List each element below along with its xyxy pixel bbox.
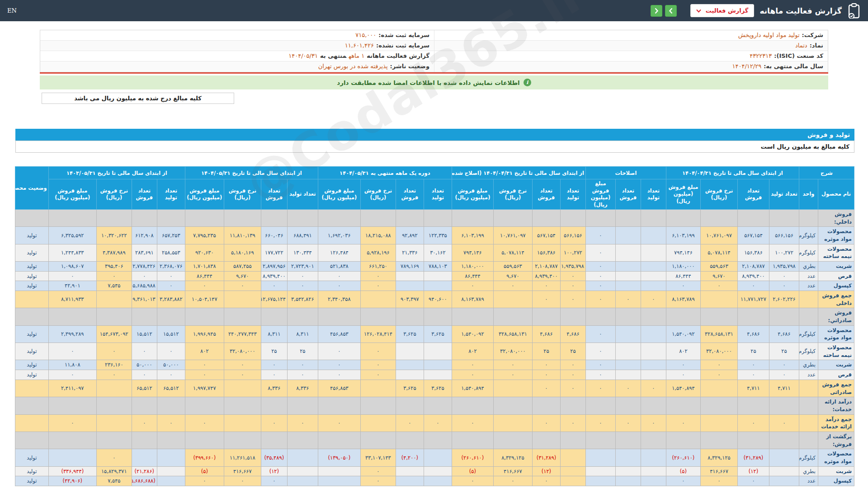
cell-value: ۴,۷۱۱ [737,380,769,397]
table-row: شربتبطري(۱۲)۴۱۶,۶۶۷(۵)(۱۲)۴۱۶,۶۶۷(۵)۰(۱۲… [15,466,854,476]
header-cell: نرخ فروش (ریال) [96,179,132,210]
cell [641,397,666,414]
cell-value: ۲۵۸,۵۵۳ [157,244,185,261]
cell-value: ۱۱,۲۶۱,۵۱۸ [224,449,261,466]
cell-value: ۱,۹۳۵,۷۹۸ [769,262,799,272]
cell-value: ۰ [452,281,493,291]
cell-value: ۰ [585,380,615,397]
cell-value: ۰ [615,291,641,308]
header-cell: تعداد فروش [132,179,157,210]
cell-product-name: قرص [818,271,854,281]
cell-value: ۱۵,۵۱۲ [132,325,157,343]
cell-value: ۰ [452,370,493,380]
cell-value: ۰ [737,360,769,370]
cell-value: ۰ [585,262,615,272]
cell-status: تولید [15,476,48,486]
cell [641,432,666,449]
prev-report-button[interactable] [651,5,662,17]
cell [666,432,700,449]
cell-value [560,449,585,466]
cell-value [396,476,424,486]
signed-info-banner: i اطلاعات نمایش داده شده با اطلاعات امضا… [40,75,828,89]
cell-value [560,466,585,476]
cell-value: ۰ [493,360,532,370]
cell-value: ۰ [560,281,585,291]
cell-value: ۱,۹۹۷,۷۴۷ [185,380,224,397]
cell-unit: عدد [799,281,818,291]
cell-value: ۰ [48,271,96,281]
cell-value: ۶,۱۰۳,۱۹۹ [452,227,493,244]
company-info-table: شرکت:تولید مواد اولیه داروپخشسرمایه ثبت … [40,30,828,72]
language-switch-en[interactable]: EN [7,7,17,14]
cell-value: (۴۲,۹۰۶) [48,476,96,486]
cell-value: ۰ [615,414,641,432]
info-value: ۷۱۵,۰۰۰ [355,32,376,38]
cell-value: ۷۹۴,۱۴۶ [452,244,493,261]
info-row: نماد:دتمادسرمایه ثبت نشده:۱۱,۶۰۱,۴۲۶ [40,41,828,51]
cell-value [424,343,452,360]
cell-product-name: شربت [818,262,854,272]
cell-value [641,271,666,281]
cell-value [396,281,424,291]
cell [585,308,615,325]
cell-value: ۰ [132,370,157,380]
cell-product-name: قرص [818,370,854,380]
cell-value [615,244,641,261]
cell-value: (۵) [185,466,224,476]
clipboard-report-icon[interactable] [847,3,861,19]
cell-value [360,380,396,397]
cell-value: ۱,۵۴۰,۰۹۲ [452,325,493,343]
cell-value [615,227,641,244]
cell-value: ۹۲,۸۹۲ [396,227,424,244]
cell-unit: کیلوگرم [799,449,818,466]
cell-status: تولید [15,360,48,370]
section-label: فروش صادراتي: [818,308,854,325]
cell-value: ۱۵۴,۶۷۳,۰۹۲ [96,325,132,343]
cell-value: ۸۰۲ [666,343,700,360]
cell-unit: بطري [799,360,818,370]
cell-value: ۰ [700,370,737,380]
next-report-button[interactable] [665,5,677,17]
cell-value: ۰ [360,360,396,370]
cell-value: ۴۱۶,۶۶۷ [224,466,261,476]
cell-value: ۸,۳۳۶ [287,380,318,397]
page-title: گزارش فعالیت ماهانه [760,6,842,15]
cell-status [15,380,48,397]
cell-value: ۲۵ [287,343,318,360]
cell-value [641,262,666,272]
cell-value [424,281,452,291]
cell-value: ۰ [769,360,799,370]
cell-unit [799,414,818,432]
cell-value: ۱۲۶,۴۸۴ [318,244,360,261]
cell-value: (۴,۲۰۰) [396,449,424,466]
cell [769,397,799,414]
cell [224,308,261,325]
cell-value: ۰ [700,360,737,370]
cell [666,397,700,414]
report-nav [651,5,677,17]
cell-value: (۲۶۰,۶۱۰) [452,449,493,466]
chevron-right-icon [669,8,673,14]
cell-value: ۱۵,۵۱۲ [157,325,185,343]
section-row: درآمد ارائه خدمات: [15,397,854,414]
header-cell: تعداد تولید [560,179,585,210]
cell [224,397,261,414]
cell-value [424,466,452,476]
header-group-cell: از ابتدای سال مالی تا تاریخ ۱۴۰۴/۰۴/۳۱ (… [452,167,585,179]
cell-value: ۵۶۶,۱۵۶ [560,227,585,244]
cell-value: ۲۵ [560,343,585,360]
cell-value: ۴,۶۸۶ [532,325,560,343]
cell [261,210,287,227]
cell [360,210,396,227]
cell [185,432,224,449]
section-row: فروش داخلي: [15,210,854,227]
info-value: ۱۴۰۴/۰۵/۳۱ [288,52,318,59]
cell-unit: عدد [799,271,818,281]
cell-value: ۰ [585,325,615,343]
info-label: شرکت: [802,32,823,38]
cell-unit: کیلوگرم [799,325,818,343]
report-type-select[interactable]: گزارش فعالیت [690,4,755,17]
cell [769,432,799,449]
cell-value: ۶۵,۵۱۲ [132,380,157,397]
info-label: سرمایه ثبت نشده: [376,42,429,49]
